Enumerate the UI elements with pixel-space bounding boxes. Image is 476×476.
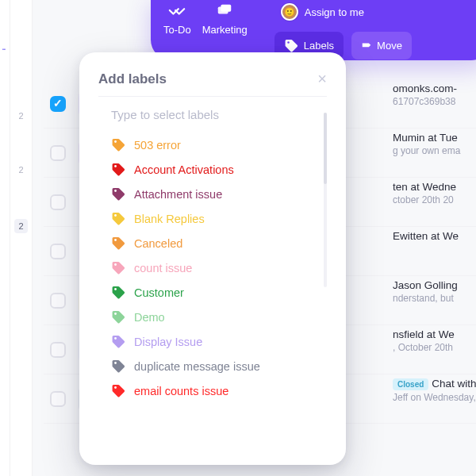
- avatar-icon: 🙂: [281, 3, 298, 21]
- folder-icon: [216, 2, 233, 19]
- label-option[interactable]: email counts issue: [111, 378, 327, 403]
- labels-button-label: Labels: [304, 40, 334, 52]
- label-search-input[interactable]: Type to select labels: [111, 108, 327, 121]
- label-text: Attachment issue: [134, 188, 222, 201]
- toolbar-todo-label: To-Do: [163, 24, 191, 36]
- label-text: Blank Replies: [134, 213, 205, 225]
- row-line1: omonks.com-: [393, 83, 476, 94]
- row-line1: ten at Wedne: [393, 181, 476, 193]
- counter-1[interactable]: 2: [18, 165, 23, 175]
- tag-icon: [111, 162, 126, 177]
- tag-icon: [111, 211, 126, 226]
- svg-point-9: [114, 288, 117, 290]
- toolbar-todo[interactable]: To-Do: [163, 2, 191, 36]
- label-option[interactable]: Customer: [111, 280, 327, 305]
- row-line1: Mumin at Tue: [393, 132, 476, 144]
- label-option[interactable]: Canceled: [111, 231, 327, 255]
- label-text: Display Issue: [134, 336, 202, 348]
- assign-to-me[interactable]: 🙂 Assign to me: [274, 0, 412, 24]
- scrollbar-thumb[interactable]: [324, 113, 327, 184]
- status-badge: Closed: [393, 378, 428, 390]
- label-option[interactable]: Demo: [111, 305, 327, 329]
- label-text: count issue: [134, 262, 192, 274]
- close-icon[interactable]: ×: [317, 70, 327, 88]
- label-text: Account Activations: [134, 163, 234, 176]
- popover-title: Add labels: [98, 71, 167, 87]
- row-line2: , October 20th: [393, 342, 476, 353]
- row-checkbox[interactable]: [50, 145, 66, 161]
- action-toolbar: To-Do Marketing 🙂 Assign to me Labels Mo…: [151, 0, 476, 60]
- label-text: 503 error: [134, 139, 181, 152]
- svg-rect-1: [221, 5, 232, 12]
- tag-icon: [111, 236, 126, 251]
- row-checkbox[interactable]: [50, 342, 66, 358]
- label-option[interactable]: Blank Replies: [111, 206, 327, 231]
- svg-point-5: [114, 190, 117, 192]
- label-option[interactable]: 503 error: [111, 132, 327, 157]
- move-icon: [361, 40, 372, 52]
- svg-point-7: [114, 239, 117, 241]
- label-text: Demo: [134, 311, 165, 324]
- svg-point-13: [114, 386, 117, 389]
- toolbar-marketing[interactable]: Marketing: [202, 2, 248, 36]
- tag-icon: [284, 38, 299, 53]
- tag-icon: [111, 309, 126, 324]
- label-option[interactable]: Display Issue: [111, 329, 327, 354]
- tag-icon: [111, 137, 126, 152]
- tag-icon: [111, 334, 126, 349]
- label-text: Customer: [134, 286, 184, 299]
- svg-point-11: [114, 337, 117, 340]
- row-line2: g your own ema: [393, 145, 476, 156]
- row-checkbox[interactable]: [50, 96, 66, 112]
- assign-label: Assign to me: [305, 6, 364, 18]
- row-line1: Ewitten at We: [393, 230, 476, 242]
- labels-popover: Add labels × Type to select labels 503 e…: [79, 52, 346, 465]
- label-text: Canceled: [134, 237, 182, 250]
- todo-icon: [168, 2, 186, 19]
- tag-icon: [111, 383, 126, 398]
- counter-0[interactable]: 2: [18, 111, 23, 121]
- row-checkbox[interactable]: [50, 293, 66, 309]
- left-counter-column: 2 2 2: [10, 0, 33, 476]
- tag-icon: [111, 285, 126, 300]
- label-text: duplicate message issue: [134, 360, 260, 373]
- row-line1: nsfield at We: [393, 328, 476, 340]
- move-button-label: Move: [377, 40, 402, 52]
- tag-icon: [111, 260, 126, 275]
- row-checkbox[interactable]: [50, 244, 66, 259]
- row-line2: ctober 20th 20: [393, 194, 476, 205]
- svg-point-2: [287, 41, 290, 44]
- row-line1: ClosedChat with Jeff Wellemeyer a: [393, 378, 476, 390]
- ellipsis-icon: ..: [0, 0, 10, 52]
- svg-point-4: [114, 165, 117, 167]
- toolbar-marketing-label: Marketing: [202, 24, 248, 36]
- row-checkbox[interactable]: [50, 194, 66, 210]
- counter-2[interactable]: 2: [14, 219, 27, 233]
- row-line1: Jason Golling: [393, 279, 476, 291]
- row-checkbox[interactable]: [50, 391, 66, 407]
- label-list: 503 errorAccount ActivationsAttachment i…: [111, 132, 327, 403]
- row-line2: nderstand, but: [393, 293, 476, 304]
- label-option[interactable]: count issue: [111, 255, 327, 280]
- label-text: email counts issue: [134, 385, 228, 397]
- row-line2: Jeff on Wednesday, October 20th 2021,: [393, 392, 476, 403]
- tag-icon: [111, 359, 126, 374]
- svg-point-3: [114, 140, 117, 143]
- label-option[interactable]: Account Activations: [111, 157, 327, 182]
- tag-icon: [111, 186, 126, 202]
- label-option[interactable]: Attachment issue: [111, 182, 327, 206]
- svg-point-6: [114, 214, 117, 217]
- row-line2: 61707c369b38: [393, 96, 476, 107]
- svg-point-12: [114, 362, 117, 364]
- svg-point-10: [114, 313, 117, 315]
- svg-point-8: [114, 263, 117, 266]
- app-leftedge: ..: [0, 0, 10, 476]
- label-option[interactable]: duplicate message issue: [111, 354, 327, 378]
- move-button[interactable]: Move: [351, 32, 412, 60]
